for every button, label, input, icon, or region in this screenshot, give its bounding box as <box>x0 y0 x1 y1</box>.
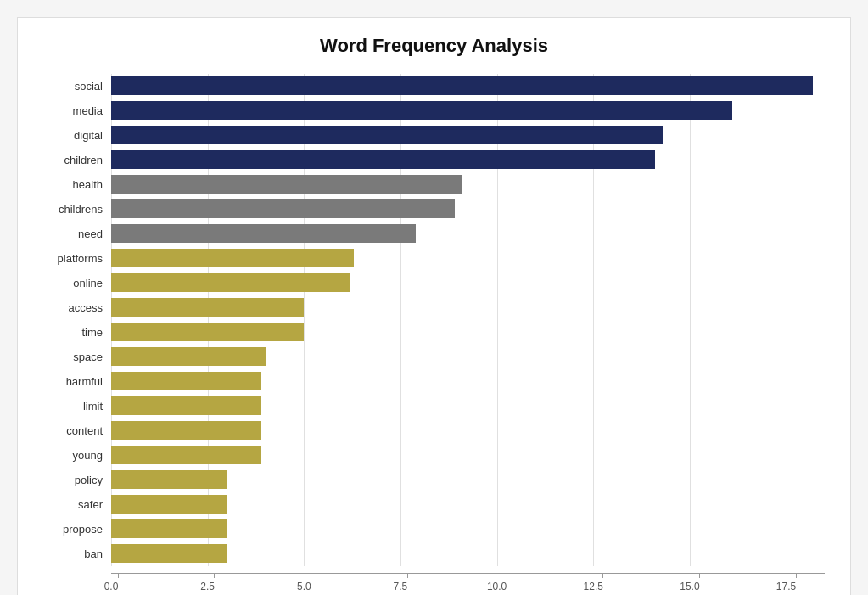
x-tick-line <box>311 574 311 578</box>
x-tick-line <box>699 574 700 578</box>
bar-label: time <box>43 326 111 339</box>
bar-track <box>111 446 825 464</box>
x-tick-line <box>118 574 119 578</box>
bar-row: media <box>43 98 825 122</box>
bar-label: health <box>43 178 111 191</box>
bar-label: content <box>43 424 111 437</box>
bar-row: space <box>43 345 825 368</box>
bar-fill <box>111 249 354 267</box>
x-tick-line <box>602 574 603 578</box>
x-tick: 17.5 <box>787 574 806 592</box>
bar-track <box>111 347 825 366</box>
bar-fill <box>111 396 261 415</box>
bar-track <box>111 519 825 538</box>
bar-fill <box>111 544 227 563</box>
x-tick: 15.0 <box>690 574 709 592</box>
x-tick: 5.0 <box>304 574 318 592</box>
bar-fill <box>111 224 416 243</box>
bar-row: ban <box>43 542 825 565</box>
bar-fill <box>111 175 462 194</box>
bar-row: safer <box>43 492 825 516</box>
x-tick-label: 17.5 <box>776 581 796 592</box>
x-tick: 0.0 <box>111 574 126 592</box>
bar-fill <box>111 126 663 144</box>
bar-fill <box>111 101 732 120</box>
x-tick-line <box>796 574 797 578</box>
bar-row: propose <box>43 517 825 541</box>
x-tick: 2.5 <box>208 574 222 592</box>
bar-label: childrens <box>43 203 111 216</box>
x-tick: 12.5 <box>593 574 613 592</box>
bar-track <box>111 396 825 415</box>
x-tick-line <box>407 574 408 578</box>
x-tick-label: 5.0 <box>297 581 311 592</box>
bar-row: access <box>43 295 825 319</box>
bar-track <box>111 470 825 489</box>
bar-label: ban <box>43 547 111 560</box>
x-tick: 7.5 <box>400 574 415 592</box>
bar-row: harmful <box>43 369 825 393</box>
bar-track <box>111 298 825 317</box>
bar-label: need <box>43 227 111 240</box>
bar-fill <box>111 347 266 366</box>
chart-container: Word Frequency Analysis socialmediadigit… <box>17 17 851 595</box>
x-tick-label: 0.0 <box>104 581 119 592</box>
bar-fill <box>111 273 350 292</box>
x-tick-line <box>507 574 507 578</box>
bar-row: time <box>43 320 825 344</box>
x-tick-line <box>214 574 215 578</box>
bar-row: policy <box>43 468 825 491</box>
bar-track <box>111 544 825 563</box>
bar-track <box>111 175 825 194</box>
x-tick-label: 10.0 <box>487 581 507 592</box>
bar-row: content <box>43 418 825 442</box>
bar-track <box>111 101 825 120</box>
bar-fill <box>111 495 227 514</box>
x-tick-label: 15.0 <box>680 581 699 592</box>
x-tick-label: 7.5 <box>394 581 408 592</box>
bar-label: access <box>43 301 111 314</box>
bar-fill <box>111 76 813 95</box>
bar-fill <box>111 150 655 169</box>
bar-label: social <box>43 80 111 93</box>
bar-fill <box>111 470 227 489</box>
bar-label: limit <box>43 400 111 413</box>
bar-track <box>111 150 825 169</box>
bar-row: children <box>43 148 825 171</box>
chart-area: socialmediadigitalchildrenhealthchildren… <box>43 74 825 595</box>
bar-row: health <box>43 172 825 196</box>
bar-track <box>111 126 825 144</box>
bar-fill <box>111 298 304 317</box>
bar-row: need <box>43 222 825 245</box>
bar-row: young <box>43 443 825 467</box>
bar-label: platforms <box>43 252 111 265</box>
bar-track <box>111 323 825 341</box>
bar-label: safer <box>43 498 111 511</box>
bar-row: childrens <box>43 197 825 221</box>
bar-label: young <box>43 449 111 462</box>
bar-fill <box>111 519 227 538</box>
bar-label: harmful <box>43 375 111 388</box>
chart-title: Word Frequency Analysis <box>43 35 825 57</box>
bar-label: digital <box>43 129 111 142</box>
bar-row: digital <box>43 123 825 147</box>
x-axis-container: 0.02.55.07.510.012.515.017.5 <box>43 573 825 595</box>
bar-label: online <box>43 277 111 289</box>
bar-track <box>111 273 825 292</box>
bars-wrapper: socialmediadigitalchildrenhealthchildren… <box>43 74 825 566</box>
x-axis: 0.02.55.07.510.012.515.017.5 <box>111 573 825 595</box>
bar-track <box>111 76 825 95</box>
bar-fill <box>111 199 455 218</box>
bar-track <box>111 249 825 267</box>
bar-track <box>111 224 825 243</box>
bar-track <box>111 372 825 390</box>
bar-fill <box>111 323 304 341</box>
x-axis-spacer <box>43 573 111 595</box>
bar-row: platforms <box>43 246 825 270</box>
bar-row: limit <box>43 394 825 418</box>
bar-fill <box>111 372 261 390</box>
bar-track <box>111 421 825 440</box>
x-tick: 10.0 <box>497 574 517 592</box>
x-tick-label: 2.5 <box>200 581 215 592</box>
bar-fill <box>111 421 261 440</box>
